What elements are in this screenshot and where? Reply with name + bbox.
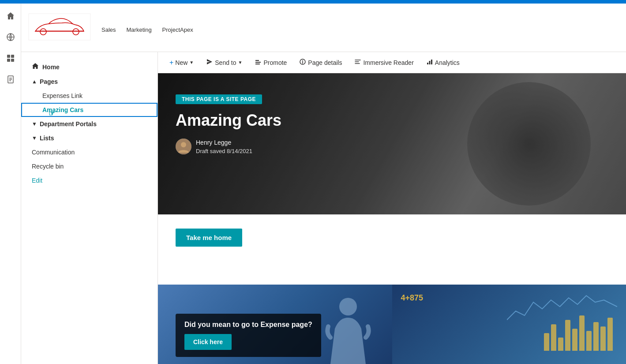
- take-me-home-button[interactable]: Take me home: [176, 229, 242, 247]
- hero-draft-text: Draft saved 8/14/2021: [196, 148, 252, 154]
- new-chevron-icon: ▼: [189, 60, 194, 65]
- sidebar-home-label: Home: [42, 64, 60, 71]
- sidebar-amazing-cars[interactable]: Amazing Cars ☞: [21, 103, 157, 117]
- bar-5: [572, 329, 577, 351]
- svg-rect-3: [7, 59, 10, 62]
- sidebar-pages-header[interactable]: ▲ Pages: [21, 75, 157, 89]
- banner-chart-area: 4+875: [392, 285, 626, 364]
- sidebar-edit[interactable]: Edit: [21, 173, 157, 188]
- svg-point-20: [181, 142, 186, 147]
- grid-icon[interactable]: [2, 49, 19, 67]
- chevron-up-icon: ▲: [32, 79, 37, 85]
- bar-4: [565, 320, 570, 351]
- svg-rect-16: [427, 63, 428, 64]
- new-button[interactable]: + New ▼: [165, 56, 198, 69]
- main-layout: Home ▲ Pages Expenses Link Amazing Cars …: [0, 52, 626, 364]
- sidebar-pages-label: Pages: [40, 78, 58, 85]
- sidebar-edit-label: Edit: [32, 177, 42, 184]
- svg-point-21: [339, 298, 357, 315]
- sidebar-recycle-bin[interactable]: Recycle bin: [21, 159, 157, 173]
- home-icon[interactable]: [2, 7, 19, 25]
- send-to-button[interactable]: Send to ▼: [202, 56, 247, 69]
- home-sidebar-icon: [32, 63, 39, 71]
- chevron-down-dept-icon: ▼: [32, 121, 37, 127]
- header-nav: Sales Marketing ProjectApex: [101, 22, 193, 33]
- nav-sales[interactable]: Sales: [101, 26, 116, 33]
- expense-card: Did you mean to go to Expense page? Clic…: [176, 314, 321, 357]
- analytics-icon: [426, 58, 433, 67]
- bar-2: [551, 324, 556, 351]
- author-avatar: [176, 139, 191, 154]
- send-to-chevron-icon: ▼: [238, 60, 243, 65]
- promote-label: Promote: [263, 59, 287, 66]
- plus-icon: +: [169, 59, 173, 67]
- bar-9: [600, 326, 606, 351]
- page-icon[interactable]: [2, 71, 19, 88]
- hero-content: THIS PAGE IS A SITE PAGE Amazing Cars He…: [158, 73, 626, 165]
- bar-10: [607, 318, 613, 351]
- chevron-down-lists-icon: ▼: [32, 135, 37, 141]
- hero-title: Amazing Cars: [176, 111, 608, 130]
- content-body: Take me home: [158, 214, 626, 285]
- left-icon-bar: [0, 4, 21, 364]
- sidebar-communication-label: Communication: [32, 149, 75, 156]
- sidebar-lists-label: Lists: [40, 135, 54, 142]
- promote-button[interactable]: Promote: [250, 56, 291, 69]
- globe-icon[interactable]: [2, 28, 19, 46]
- site-page-badge: THIS PAGE IS A SITE PAGE: [176, 94, 262, 104]
- analytics-label: Analytics: [435, 59, 460, 66]
- sidebar-home[interactable]: Home: [21, 59, 157, 75]
- immersive-reader-label: Immersive Reader: [363, 59, 413, 66]
- sidebar-expenses-label: Expenses Link: [42, 92, 82, 99]
- hero-section: THIS PAGE IS A SITE PAGE Amazing Cars He…: [158, 73, 626, 214]
- sidebar-communication[interactable]: Communication: [21, 145, 157, 159]
- sidebar-expenses-link[interactable]: Expenses Link: [21, 89, 157, 103]
- nav-marketing[interactable]: Marketing: [127, 26, 152, 33]
- header: Sales Marketing ProjectApex: [0, 4, 626, 52]
- toolbar: + New ▼ Send to ▼: [158, 52, 626, 73]
- new-label: New: [175, 59, 187, 66]
- immersive-reader-icon: [354, 58, 361, 67]
- bar-7: [586, 331, 592, 351]
- sidebar-recycle-bin-label: Recycle bin: [32, 163, 64, 170]
- bar-1: [544, 333, 549, 351]
- sidebar: Home ▲ Pages Expenses Link Amazing Cars …: [21, 52, 158, 364]
- click-here-button[interactable]: Click here: [184, 334, 232, 350]
- sidebar-lists-header[interactable]: ▼ Lists: [21, 131, 157, 145]
- page-details-label: Page details: [308, 59, 342, 66]
- svg-rect-2: [11, 55, 14, 58]
- page-details-icon: [299, 58, 306, 67]
- sidebar-amazing-cars-label: Amazing Cars: [42, 106, 83, 113]
- content-area: + New ▼ Send to ▼: [158, 52, 626, 364]
- promote-icon: [255, 58, 262, 67]
- svg-rect-18: [431, 60, 432, 64]
- analytics-button[interactable]: Analytics: [422, 56, 464, 69]
- bar-3: [558, 338, 563, 351]
- bar-chart: [535, 307, 622, 360]
- nav-projectapex[interactable]: ProjectApex: [162, 26, 193, 33]
- page-details-button[interactable]: Page details: [295, 56, 346, 69]
- sidebar-department-portals-header[interactable]: ▼ Department Portals: [21, 117, 157, 131]
- svg-rect-13: [255, 60, 259, 61]
- logo: [26, 11, 93, 42]
- send-to-label: Send to: [215, 59, 236, 66]
- top-bar: [0, 0, 626, 4]
- bar-6: [579, 315, 585, 351]
- hero-author: Henry Legge Draft saved 8/14/2021: [176, 139, 608, 154]
- bottom-banner: 4+875: [158, 285, 626, 364]
- immersive-reader-button[interactable]: Immersive Reader: [350, 56, 418, 69]
- send-to-icon: [206, 58, 213, 67]
- svg-rect-12: [255, 62, 261, 63]
- sidebar-department-portals-label: Department Portals: [40, 120, 97, 128]
- svg-rect-17: [429, 61, 430, 64]
- expense-card-question: Did you mean to go to Expense page?: [184, 321, 312, 329]
- author-name: Henry Legge: [196, 139, 252, 146]
- svg-rect-4: [11, 59, 14, 62]
- bar-8: [593, 322, 599, 351]
- svg-rect-1: [7, 55, 10, 58]
- svg-rect-14: [255, 64, 260, 64]
